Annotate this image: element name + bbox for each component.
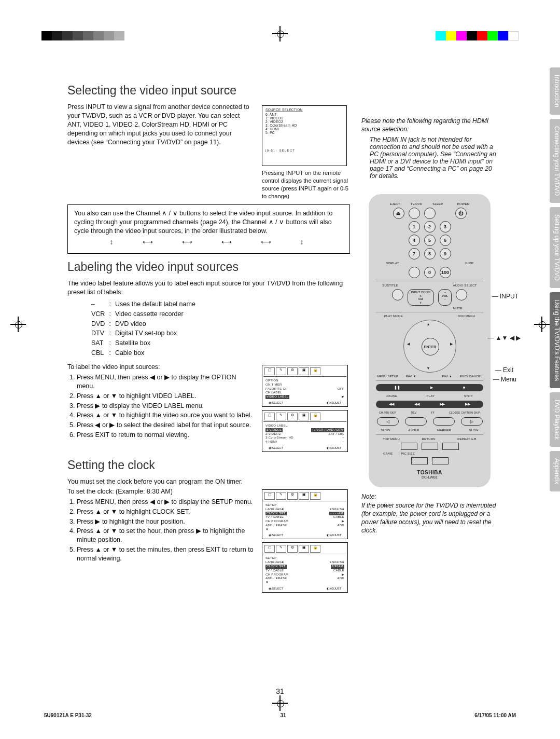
brand: TOSHIBA <box>374 470 485 475</box>
sleep-button <box>424 208 436 219</box>
num-6: 6 <box>440 235 451 246</box>
print-footer: 5U90121A E P31-32316/17/05 11:00 AM <box>44 713 516 718</box>
power-button: ⏻ <box>455 208 467 219</box>
num-0: 0 <box>424 267 436 278</box>
select-source-body: Press INPUT to view a signal from anothe… <box>67 103 255 200</box>
crop-mark-right <box>534 317 550 332</box>
chapter-tabs: Introduction Connecting your TV/DVD Sett… <box>550 67 560 491</box>
dpad: ▲ ▼ ◀ ▶ ENTER <box>403 320 456 373</box>
tab-connecting: Connecting your TV/DVD <box>550 119 560 203</box>
labeling-intro: The video label feature allows you to la… <box>67 279 350 297</box>
angle <box>405 417 427 426</box>
subtitle-button <box>392 289 403 300</box>
clock-intro: You must set the clock before you can pr… <box>67 477 350 486</box>
input-ch-rocker: INPUT ZOOM∧CH∨ <box>408 289 435 306</box>
setup-menu-osd-2: ▢✎⚙▣🔒 SETUP LANGUAGEENGLISH CLOCK SET 8:… <box>262 542 348 593</box>
heading-select-source: Selecting the video input source <box>67 84 350 98</box>
transport-strip-2: ◀◀◀◀▶▶▶▶ <box>376 401 483 408</box>
hdmi-note-lead: Please note the following regarding the … <box>361 117 498 134</box>
display-button <box>409 267 420 278</box>
num-7: 7 <box>409 248 420 259</box>
tab-dvd-playback: DVD Playback <box>550 392 560 447</box>
num-100: 100 <box>440 267 451 278</box>
callout-menu: — Menu <box>493 376 516 383</box>
num-5: 5 <box>424 235 436 246</box>
slow-r: ▷ <box>461 417 483 426</box>
hdmi-note-body: The HDMI IN jack is not intended for con… <box>361 136 498 180</box>
remote-control-diagram: EJECT TV/DVD SLEEP POWER ⏏⏻ 123 456 789 … <box>369 194 491 487</box>
crop-mark-bottom <box>272 695 288 711</box>
clock-lead: To set the clock: (Example: 8:30 AM) <box>67 487 255 496</box>
page-root: Introduction Connecting your TV/DVD Sett… <box>0 0 560 739</box>
tab-appendix: Appendix <box>550 451 560 491</box>
vol-rocker: +VOL− <box>438 289 452 306</box>
color-bar <box>436 31 519 40</box>
num-1: 1 <box>409 221 420 232</box>
num-8: 8 <box>424 248 436 259</box>
tab-using-features: Using the TV/DVD’s Features <box>550 292 560 388</box>
crop-mark-left <box>10 317 26 332</box>
num-4: 4 <box>409 235 420 246</box>
eject-button: ⏏ <box>393 208 404 219</box>
enter-button: ENTER <box>422 338 439 355</box>
marker <box>433 417 455 426</box>
source-selection-osd: SOURCE SELECTION 0: ANT 1: VIDEO1 2: VID… <box>262 105 347 166</box>
clock-steps: Press MENU, then press ◀ or ▶ to display… <box>67 498 255 563</box>
option-menu-osd: ▢✎⚙▣🔒 OPTION ON TIMER FAVORITE CHOFF CH … <box>262 365 348 407</box>
callout-input: — INPUT <box>492 293 519 300</box>
transport-strip-1: ❚❚▶■ <box>376 384 483 391</box>
channel-cycle-note: You also can use the Channel ∧ / ∨ butto… <box>67 204 350 254</box>
registration-marks <box>41 31 124 40</box>
mute-button <box>456 289 467 300</box>
model: DC-LWB1 <box>374 475 485 479</box>
label-lead: To label the video input sources: <box>67 363 255 372</box>
label-steps: Press MENU, then press ◀ or ▶ to display… <box>67 373 255 440</box>
crop-mark-top <box>272 26 288 42</box>
video-label-menu-osd: ▢✎⚙▣🔒 VIDEO LABEL 1:VIDEO1- / VCR / DVD … <box>262 410 348 452</box>
num-2: 2 <box>424 221 436 232</box>
source-caption: Pressing INPUT on the remote control dis… <box>262 169 350 200</box>
callout-arrows: — ▲▼ ◀ ▶ <box>487 334 521 341</box>
cycle-arrows: ↕⟷⟷⟷⟷↕ <box>74 238 343 246</box>
slow-l: ◁ <box>377 417 399 426</box>
tab-introduction: Introduction <box>550 67 560 115</box>
callout-exit: — Exit <box>495 366 513 374</box>
heading-clock: Setting the clock <box>67 458 350 472</box>
num-3: 3 <box>440 221 451 232</box>
page-number: 31 <box>276 687 284 695</box>
num-9: 9 <box>440 248 451 259</box>
tab-setting-up: Setting up your TV/DVD <box>550 207 560 288</box>
setup-menu-osd-1: ▢✎⚙▣🔒 SETUP LANGUAGEENGLISH CLOCK SET - … <box>262 489 348 540</box>
heading-labeling: Labeling the video input sources <box>67 260 350 274</box>
preset-label-table: –:Uses the default label name VCR:Video … <box>67 299 200 359</box>
power-note: Note:If the power source for the TV/DVD … <box>361 492 498 535</box>
tvdvd-button <box>409 208 420 219</box>
